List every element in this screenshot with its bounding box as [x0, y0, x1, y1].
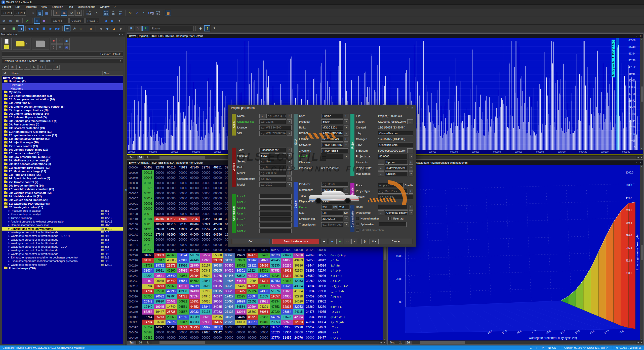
hex-cell[interactable]: 19557: [270, 294, 281, 299]
hex-row[interactable]: 0002604173828712239731309628790161673669…: [127, 263, 383, 268]
hex-cell[interactable]: 34301: [235, 268, 247, 273]
close-icon[interactable]: ×: [640, 35, 641, 37]
hex-row[interactable]: 0002203466603803472683117459678575575568…: [127, 253, 383, 258]
hex-cell[interactable]: 32813: [281, 304, 293, 310]
hex-cell[interactable]: 31174: [177, 253, 189, 258]
hex-cell[interactable]: 30986: [293, 263, 304, 268]
scroll-thumb[interactable]: [159, 156, 205, 159]
hex-cell[interactable]: 53933: [200, 320, 212, 325]
hex-cell[interactable]: 09794: [166, 294, 177, 299]
scroll-right-icon[interactable]: ▶: [640, 341, 643, 344]
hex-cell[interactable]: 34130: [189, 289, 200, 294]
hex-cell[interactable]: 41210: [247, 273, 258, 279]
hex-cell[interactable]: 03015: [212, 289, 223, 294]
hex-cell[interactable]: 12337: [189, 216, 200, 222]
field-menu-button[interactable]: >: [287, 177, 292, 181]
hex-cell[interactable]: 19447: [154, 309, 166, 315]
projects-versions-combo[interactable]: Projects, Versions & Maps: (Ctrl+Shift+F…: [2, 58, 123, 63]
hex-cell[interactable]: 38269: [304, 278, 316, 284]
hex-cell[interactable]: 04196: [142, 258, 154, 263]
map-tree-row[interactable]: 09: Fuel corrections (4): [2, 123, 123, 126]
view-tab-2d[interactable]: 2d: [137, 341, 144, 344]
hex-ascii[interactable]: e s ( * B: [328, 273, 383, 279]
hex-cell[interactable]: 00016: [142, 170, 154, 176]
hex-cell[interactable]: 57753: [270, 268, 281, 273]
hex-cell[interactable]: 37534: [189, 294, 200, 299]
hex-cell[interactable]: 55920: [293, 253, 304, 258]
hex-cell[interactable]: 24524: [316, 263, 328, 268]
hex-cell[interactable]: 00000: [166, 196, 177, 201]
hex-cell[interactable]: 02515: [212, 315, 223, 320]
project-button[interactable]: P: [142, 26, 149, 31]
hex-cell[interactable]: 54652: [189, 278, 200, 284]
field-input[interactable]: e.g. 12345: [259, 119, 286, 124]
field-input[interactable]: e.g. 2.0 TFSI: [259, 171, 286, 176]
map-tree-row[interactable]: 21: Maximum RPM limiters (41): [2, 166, 123, 169]
hex-row[interactable]: 0002A01829209541256402095828064260944107…: [127, 273, 383, 279]
field-input[interactable]: [259, 223, 292, 228]
hex-cell[interactable]: 56064: [258, 309, 270, 315]
hex-cell[interactable]: 32938: [293, 325, 304, 330]
hex-cell[interactable]: 10023: [154, 222, 166, 227]
field-input[interactable]: Complete binary file: [385, 210, 408, 215]
hex-cell[interactable]: 00000: [258, 330, 270, 335]
hex-cell[interactable]: 00000: [200, 206, 212, 211]
scroll-right-icon[interactable]: ▶: [383, 341, 386, 344]
hex-cell[interactable]: 21652: [247, 299, 258, 304]
hex-cell[interactable]: 00000: [247, 330, 258, 335]
hex-cell[interactable]: 03438: [154, 227, 166, 232]
map-tree-row[interactable]: 26: Torque monitoring (14): [2, 184, 123, 187]
hex-cell[interactable]: 00000: [258, 335, 270, 340]
hex-cell[interactable]: 43934: [270, 299, 281, 304]
field-input[interactable]: B58B30M1: [321, 188, 343, 192]
map-search-button[interactable]: ◉: [64, 38, 70, 44]
hex-cell[interactable]: 23353: [258, 284, 270, 289]
field-input[interactable]: Turbo-Petrol: [321, 193, 343, 198]
hex-row[interactable]: 0004000358300000000000000000000216263334…: [127, 330, 383, 335]
hex-cell[interactable]: 11623: [281, 315, 293, 320]
view-tab-3d[interactable]: 3d: [144, 156, 152, 159]
horizontal-scrollbar[interactable]: [412, 341, 636, 344]
hex-cell[interactable]: 00000: [154, 201, 166, 206]
restore-icon[interactable]: ▫: [636, 35, 637, 37]
field-input[interactable]: Olsecufile.com: [378, 143, 413, 147]
paste-clipboard-button[interactable]: ▣: [321, 239, 327, 244]
hex-cell[interactable]: 24605: [223, 304, 235, 310]
hex-cell[interactable]: 32938: [293, 294, 304, 299]
filter-values[interactable]: ‖v: [31, 65, 38, 70]
spinner-arrows-icon[interactable]: ▲ ▼: [24, 12, 25, 14]
hex-cell[interactable]: 24353: [258, 289, 270, 294]
hex-cell[interactable]: 17944: [154, 232, 166, 237]
hex-cell[interactable]: 00019: [142, 196, 154, 201]
font-size-spinner[interactable]: 14 Pt▲ ▼: [1, 10, 13, 16]
hex-cell[interactable]: 36698: [212, 263, 223, 268]
hex-cell[interactable]: 00000: [212, 201, 223, 206]
width-8-button[interactable]: 8: [53, 10, 60, 16]
panel-close-icon[interactable]: ×: [122, 33, 124, 36]
bdm-protection-checkbox[interactable]: [356, 229, 359, 232]
hex-cell[interactable]: 14740: [166, 304, 177, 310]
map-tree-row[interactable]: 11: High pressure fuel pump (11): [2, 130, 123, 133]
hex-cell[interactable]: 37619: [200, 284, 212, 289]
hex-cell[interactable]: 55759: [142, 325, 154, 330]
difference-table-icon[interactable]: ▦: [41, 25, 47, 31]
hex-row[interactable]: 0003A01676425273239634215033039366190251…: [127, 315, 383, 320]
hex-cell[interactable]: 00000: [304, 335, 316, 340]
hex-cell[interactable]: 04035: [189, 268, 200, 273]
hex-cell[interactable]: 00225: [142, 191, 154, 196]
hex-cell[interactable]: 05990: [166, 232, 177, 237]
map-tree-row[interactable]: ∗Wastegate precontrol position12x12: [2, 263, 123, 266]
hex-cell[interactable]: 27313: [177, 258, 189, 263]
first-difference-icon[interactable]: ◀◀: [27, 25, 33, 31]
search-forward-icon[interactable]: ▶: [118, 25, 124, 31]
hex-cell[interactable]: 25950: [304, 273, 316, 279]
hex-cell[interactable]: 00000: [177, 181, 189, 186]
hex-cell[interactable]: 00000: [316, 247, 328, 253]
width-16-button[interactable]: 16: [61, 10, 67, 16]
new-map-button[interactable]: ✱: [51, 38, 57, 44]
field-menu-button[interactable]: >: [344, 222, 348, 227]
hex-cell[interactable]: 09945: [154, 278, 166, 284]
map-tree-row[interactable]: ∗Exhaust temperature model for turbochar…: [2, 259, 123, 263]
sign-icon[interactable]: +/-: [93, 10, 99, 16]
hex-cell[interactable]: 14027: [154, 325, 166, 330]
